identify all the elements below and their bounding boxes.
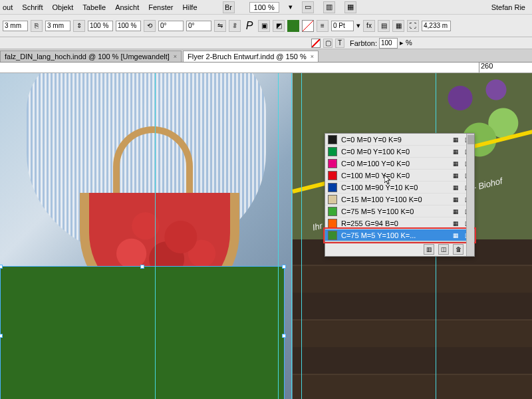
dropdown-arrow-icon[interactable]: ▾ bbox=[356, 21, 360, 30]
scale-x-input[interactable] bbox=[88, 21, 113, 31]
menu-item[interactable]: Fenster bbox=[148, 3, 173, 11]
swatch-name: C=0 M=0 Y=100 K=0 bbox=[341, 148, 448, 156]
scale-y-input[interactable] bbox=[116, 21, 141, 31]
flip-h-icon[interactable]: ⇋ bbox=[214, 20, 226, 32]
swatch-name: C=0 M=0 Y=0 K=9 bbox=[341, 136, 448, 144]
swatch-row[interactable]: C=15 M=100 Y=100 K=0▦◪ bbox=[325, 194, 474, 205]
document-tab[interactable]: falz_DIN_lang_hoch.indd @ 100 % [Umgewan… bbox=[0, 51, 182, 62]
swatch-name: C=100 M=0 Y=0 K=0 bbox=[341, 172, 448, 180]
swatch-type-icon: ▦ bbox=[452, 136, 460, 144]
swatch-row[interactable]: C=100 M=90 Y=10 K=0▦◪ bbox=[325, 182, 474, 194]
constrain-icon[interactable]: ⇕ bbox=[73, 20, 85, 32]
x-coord-input[interactable] bbox=[3, 21, 28, 31]
swatch-type-icon: ▦ bbox=[452, 207, 460, 215]
fill-swatch[interactable] bbox=[287, 20, 299, 32]
frame-fit-icon[interactable]: ⛶ bbox=[407, 20, 419, 32]
guide[interactable] bbox=[291, 73, 292, 399]
guide[interactable] bbox=[155, 73, 156, 399]
close-tab-icon[interactable]: × bbox=[174, 53, 177, 60]
zoom-level[interactable]: 100 % bbox=[249, 2, 279, 13]
swatch-type-icon: ▦ bbox=[452, 184, 460, 192]
stroke-swatch[interactable] bbox=[302, 20, 314, 32]
view-mode-icon[interactable]: ▭ bbox=[302, 1, 314, 13]
swatch-type-icon: ▦ bbox=[452, 160, 460, 168]
document-tabs: falz_DIN_lang_hoch.indd @ 100 % [Umgewan… bbox=[0, 49, 532, 63]
dropdown-arrow-icon[interactable]: ▾ bbox=[289, 3, 293, 11]
menu-item[interactable]: Tabelle bbox=[82, 3, 106, 11]
resize-handle[interactable] bbox=[282, 334, 286, 338]
swatch-chip bbox=[328, 207, 337, 216]
farbton-label: Farbton: bbox=[350, 39, 377, 47]
swatch-type-icon: ▦ bbox=[452, 172, 460, 180]
swatches-panel: C=0 M=0 Y=0 K=9▦◪C=0 M=0 Y=100 K=0▦◪C=0 … bbox=[325, 133, 475, 257]
swatch-name: C=75 M=5 Y=100 K=0 bbox=[341, 207, 448, 215]
resize-handle[interactable] bbox=[140, 265, 144, 269]
rotate-input[interactable] bbox=[158, 21, 184, 31]
swatch-name: R=255 G=94 B=0 bbox=[341, 219, 448, 227]
container-icon[interactable]: ▢ bbox=[323, 39, 332, 48]
stroke-weight-input[interactable] bbox=[331, 21, 354, 31]
bridge-icon[interactable]: Br bbox=[223, 1, 235, 13]
control-bar-2: ▢ T Farbton: ▸ % bbox=[0, 37, 532, 49]
swatch-row[interactable]: C=75 M=5 Y=100 K=...▦◪ bbox=[325, 229, 474, 241]
swatch-chip bbox=[328, 171, 337, 180]
swatch-row[interactable]: C=0 M=0 Y=100 K=0▦◪ bbox=[325, 146, 474, 158]
canvas[interactable]: Ihr Hof für spezielle Waren aus der Regi… bbox=[0, 73, 532, 399]
none-swatch[interactable] bbox=[311, 39, 321, 48]
menu-item[interactable]: Objekt bbox=[52, 3, 73, 11]
menu-item[interactable]: out bbox=[3, 3, 13, 11]
shear-input[interactable] bbox=[186, 21, 211, 31]
farbton-input[interactable] bbox=[379, 38, 398, 49]
swatch-type-icon: ▦ bbox=[452, 148, 460, 156]
corner-icon[interactable]: ◩ bbox=[273, 20, 285, 32]
guide[interactable] bbox=[301, 73, 302, 399]
paragraph-icon[interactable]: P bbox=[243, 20, 255, 32]
text-wrap-icon[interactable]: ▣ bbox=[258, 20, 270, 32]
swatch-chip bbox=[328, 183, 337, 192]
swatch-chip bbox=[328, 159, 337, 168]
link-icon[interactable]: ⎘ bbox=[31, 20, 43, 32]
swatch-row[interactable]: C=75 M=5 Y=100 K=0▦◪ bbox=[325, 205, 474, 217]
swatch-name: C=75 M=5 Y=100 K=... bbox=[341, 231, 448, 239]
control-bar: ⎘ ⇕ ⟲ ⇋ ⥯ P ▣ ◩ ≡ ▾ fx ▤ ▦ ⛶ bbox=[0, 15, 532, 37]
align2-icon[interactable]: ▦ bbox=[392, 20, 404, 32]
selected-rectangle[interactable] bbox=[0, 266, 285, 399]
swatch-row[interactable]: C=0 M=0 Y=0 K=9▦◪ bbox=[325, 134, 474, 146]
horizontal-ruler[interactable]: 260 bbox=[0, 63, 532, 73]
resize-handle[interactable] bbox=[282, 265, 286, 269]
delete-swatch-icon[interactable]: 🗑 bbox=[453, 244, 464, 255]
y-coord-input[interactable] bbox=[45, 21, 70, 31]
swatch-name: C=0 M=100 Y=0 K=0 bbox=[341, 160, 448, 168]
x-value-input[interactable] bbox=[422, 21, 451, 31]
swatch-type-icon: ▦ bbox=[452, 196, 460, 203]
swatch-row[interactable]: R=255 G=94 B=0▦◪ bbox=[325, 217, 474, 229]
rotate-icon[interactable]: ⟲ bbox=[144, 20, 156, 32]
swatch-chip bbox=[328, 231, 337, 240]
arrange-icon[interactable]: ▦ bbox=[344, 1, 356, 13]
swatch-row[interactable]: C=0 M=100 Y=0 K=0▦◪ bbox=[325, 158, 474, 170]
scrollbar[interactable] bbox=[466, 134, 474, 256]
guide[interactable] bbox=[278, 73, 279, 399]
menu-bar: out Schrift Objekt Tabelle Ansicht Fenst… bbox=[0, 0, 532, 15]
flip-v-icon[interactable]: ⥯ bbox=[229, 20, 241, 32]
swatch-row[interactable]: C=100 M=0 Y=0 K=0▦◪ bbox=[325, 170, 474, 182]
menu-item[interactable]: Ansicht bbox=[115, 3, 139, 11]
resize-handle[interactable] bbox=[0, 265, 3, 269]
document-tab[interactable]: Flyer 2-Bruch Entwurf.indd @ 150 %× bbox=[183, 51, 319, 62]
menu-item[interactable]: Schrift bbox=[22, 3, 43, 11]
text-icon[interactable]: T bbox=[335, 39, 344, 48]
show-kind-icon[interactable]: ▥ bbox=[424, 244, 434, 255]
resize-handle[interactable] bbox=[0, 334, 3, 338]
screen-mode-icon[interactable]: ▥ bbox=[323, 1, 335, 13]
effects-icon[interactable]: fx bbox=[363, 20, 375, 32]
swatch-type-icon: ▦ bbox=[452, 219, 460, 227]
swatches-footer: ▥ ◫ 🗑 bbox=[325, 241, 474, 256]
align-icon[interactable]: ▤ bbox=[378, 20, 390, 32]
swatch-chip bbox=[328, 147, 337, 156]
close-tab-icon[interactable]: × bbox=[311, 53, 314, 60]
swatch-name: C=100 M=90 Y=10 K=0 bbox=[341, 184, 448, 192]
stroke-weight-icon: ≡ bbox=[317, 20, 329, 32]
menu-item[interactable]: Hilfe bbox=[183, 3, 198, 11]
user-label: Stefan Rie bbox=[491, 3, 529, 11]
new-swatch-icon[interactable]: ◫ bbox=[438, 244, 449, 255]
